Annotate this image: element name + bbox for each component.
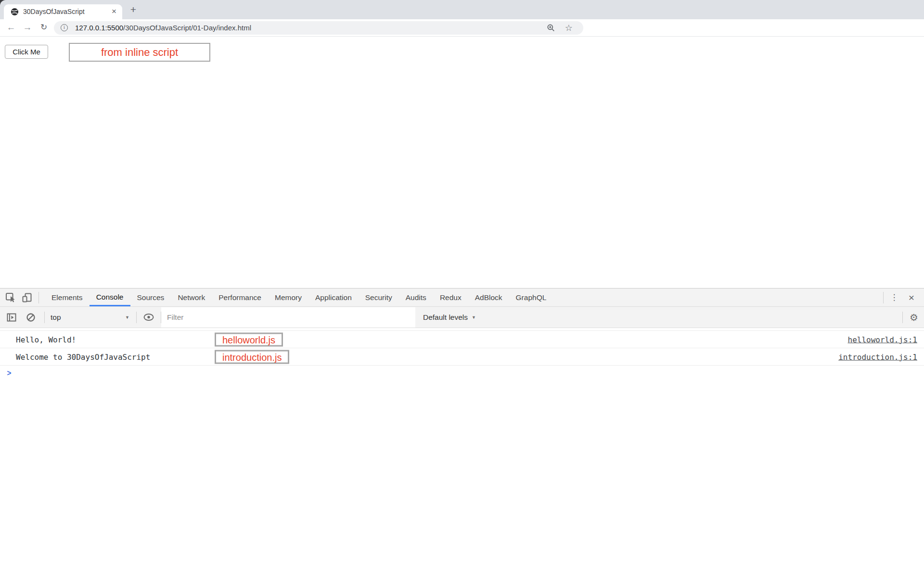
devtools-panel: ElementsConsoleSourcesNetworkPerformance… [0,288,924,578]
device-toolbar-icon[interactable] [21,292,33,303]
console-messages-area: Hello, World!helloworld.jshelloworld.js:… [0,328,924,381]
url-path: /30DaysOfJavaScript/01-Day/index.html [123,24,251,32]
back-button[interactable]: ← [4,19,18,36]
tab-strip: 30DaysOfJavaScript × + [0,0,924,19]
log-levels-select[interactable]: Default levels ▼ [423,313,476,322]
toolbar-separator-2 [136,312,137,323]
devtools-tab-security[interactable]: Security [359,289,399,306]
devtools-tabbar: ElementsConsoleSourcesNetworkPerformance… [0,289,924,307]
browser-tab[interactable]: 30DaysOfJavaScript × [4,4,122,19]
devtools-tab-redux[interactable]: Redux [433,289,468,306]
tabbar-separator-right [883,292,884,303]
page-content: Click Me from inline script [0,37,924,288]
inspect-element-icon[interactable] [5,292,16,303]
chevron-down-icon: ▼ [125,315,129,320]
toolbar-separator-4 [902,312,903,323]
click-me-button[interactable]: Click Me [5,45,48,59]
console-toolbar: top ▼ Default levels ▼ ⚙ [0,307,924,328]
annotation-badge: helloworld.js [215,332,283,346]
clear-console-icon[interactable] [25,312,37,323]
annotation-badge: introduction.js [215,350,289,364]
tab-close-icon[interactable]: × [112,4,116,19]
tab-title: 30DaysOfJavaScript [23,4,85,19]
javascript-context-select[interactable]: top ▼ [51,313,136,322]
globe-favicon-icon [11,8,19,16]
url-host: 127.0.0.1:5500 [75,24,123,32]
console-message-text: Welcome to 30DaysOfJavaScript [16,352,150,361]
devtools-tab-console[interactable]: Console [90,289,130,306]
new-tab-button[interactable]: + [126,2,141,17]
tabbar-separator [38,292,39,303]
console-message-row: Welcome to 30DaysOfJavaScriptintroductio… [0,348,924,365]
browser-toolbar: ← → ↻ i 127.0.0.1:5500/30DaysOfJavaScrip… [0,19,924,37]
devtools-tab-adblock[interactable]: AdBlock [468,289,509,306]
url-text: 127.0.0.1:5500/30DaysOfJavaScript/01-Day… [75,21,251,35]
console-source-link[interactable]: introduction.js:1 [838,352,917,361]
console-sidebar-toggle-icon[interactable] [6,312,17,323]
console-source-link[interactable]: helloworld.js:1 [848,335,918,344]
toolbar-separator-1 [44,312,45,323]
console-message-row: Hello, World!helloworld.jshelloworld.js:… [0,330,924,348]
zoom-icon[interactable] [547,24,555,32]
address-bar[interactable]: i 127.0.0.1:5500/30DaysOfJavaScript/01-D… [54,21,583,35]
devtools-tab-network[interactable]: Network [171,289,212,306]
devtools-tabs: ElementsConsoleSourcesNetworkPerformance… [45,289,553,306]
chevron-down-icon: ▼ [472,315,476,320]
context-label: top [51,313,61,322]
devtools-tab-graphql[interactable]: GraphQL [509,289,553,306]
console-prompt-row[interactable]: > [0,365,924,381]
devtools-tab-memory[interactable]: Memory [268,289,308,306]
devtools-close-icon[interactable]: × [906,292,917,303]
bookmark-star-icon[interactable]: ☆ [565,21,573,35]
inline-script-box: from inline script [69,43,210,62]
devtools-tab-audits[interactable]: Audits [399,289,433,306]
console-filter-input[interactable] [161,307,415,328]
console-settings-gear-icon[interactable]: ⚙ [910,312,918,323]
console-message-text: Hello, World! [16,335,76,344]
devtools-menu-icon[interactable]: ⋮ [888,292,900,302]
console-prompt-chevron-icon: > [7,368,11,378]
reload-button[interactable]: ↻ [37,19,51,36]
live-expression-eye-icon[interactable] [143,312,154,323]
devtools-tab-sources[interactable]: Sources [130,289,171,306]
devtools-tab-application[interactable]: Application [308,289,359,306]
devtools-tab-elements[interactable]: Elements [45,289,90,306]
forward-button[interactable]: → [20,19,35,36]
levels-label: Default levels [423,313,468,322]
devtools-tab-performance[interactable]: Performance [212,289,268,306]
site-info-icon[interactable]: i [61,24,68,31]
